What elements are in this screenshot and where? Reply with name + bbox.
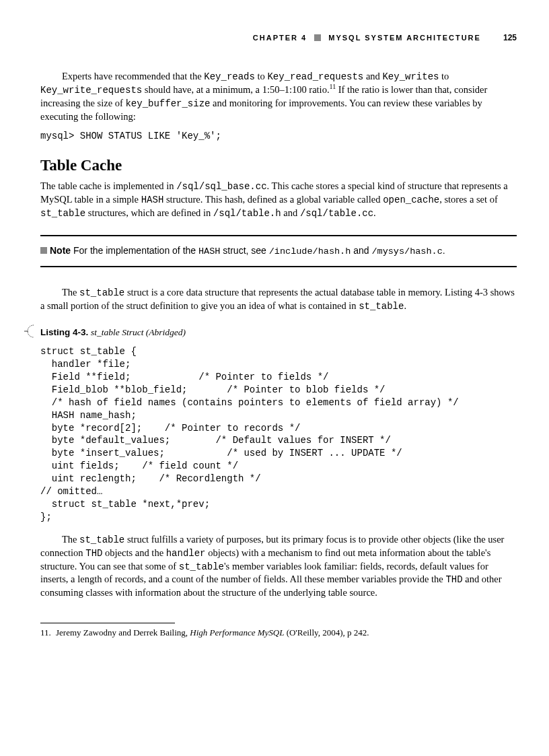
moon-arc-icon xyxy=(24,324,39,339)
note-callout: Note For the implementation of the HASH … xyxy=(40,235,517,267)
page: CHAPTER 4 MYSQL SYSTEM ARCHITECTURE 125 … xyxy=(0,0,549,756)
note-square-icon xyxy=(40,247,47,254)
paragraph-key-ratio: Experts have recommended that the Key_re… xyxy=(40,70,517,123)
section-heading-table-cache: Table Cache xyxy=(40,155,517,176)
note-label: Note xyxy=(50,245,71,256)
code-listing-st-table: struct st_table { handler *file; Field *… xyxy=(40,345,517,523)
paragraph-st-table-purpose: The st_table struct fulfills a variety o… xyxy=(40,533,517,600)
footnote-ref: 11 xyxy=(330,83,336,90)
footnote: 11. Jeremy Zawodny and Derrek Bailing, H… xyxy=(40,627,517,639)
chapter-title: MYSQL SYSTEM ARCHITECTURE xyxy=(328,34,481,42)
listing-caption: Listing 4-3. st_table Struct (Abridged) xyxy=(40,327,517,339)
running-header: CHAPTER 4 MYSQL SYSTEM ARCHITECTURE 125 xyxy=(40,32,517,43)
page-number: 125 xyxy=(503,33,517,42)
body: Experts have recommended that the Key_re… xyxy=(40,70,517,639)
paragraph-st-table-intro: The st_table struct is a core data struc… xyxy=(40,286,517,313)
header-separator-icon xyxy=(314,34,321,41)
chapter-label: CHAPTER 4 xyxy=(253,34,307,42)
footnote-number: 11. xyxy=(40,627,51,638)
footnote-rule xyxy=(40,623,175,623)
listing-label: Listing 4-3. xyxy=(40,327,88,337)
paragraph-table-cache-intro: The table cache is implemented in /sql/s… xyxy=(40,180,517,220)
listing-caption-italic: st_table Struct (Abridged) xyxy=(91,327,186,337)
sql-command: mysql> SHOW STATUS LIKE 'Key_%'; xyxy=(40,130,517,143)
